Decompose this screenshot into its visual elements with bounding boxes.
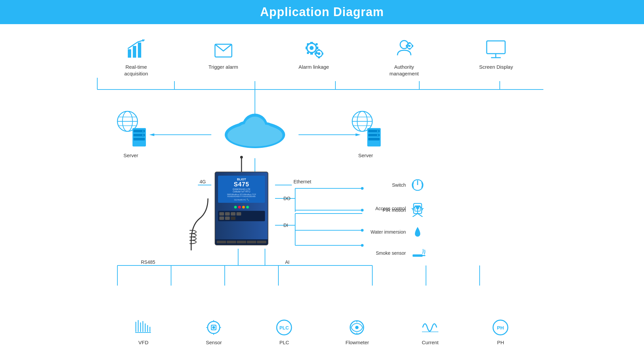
svg-text:DO: DO [283, 196, 290, 201]
svg-point-110 [190, 234, 196, 237]
svg-point-39 [361, 244, 364, 247]
svg-rect-70 [409, 42, 411, 44]
svg-rect-72 [406, 45, 407, 47]
svg-rect-59 [307, 52, 309, 54]
svg-point-52 [310, 46, 314, 50]
icon-realtime: Real-time acquisition [124, 38, 148, 77]
ph-label: PH [497, 340, 504, 345]
page-title: Application Diagram [260, 5, 384, 19]
svg-rect-58 [316, 43, 318, 45]
bottom-vfd: VFD [134, 318, 153, 345]
do-switch-item: Switch [366, 178, 424, 192]
di-water-item: Water immersion [366, 225, 426, 239]
server-right-label: Server [358, 153, 373, 158]
svg-rect-93 [133, 138, 145, 140]
svg-rect-123 [413, 254, 423, 257]
svg-point-122 [416, 206, 419, 209]
svg-line-119 [413, 214, 418, 217]
svg-rect-74 [487, 41, 505, 54]
plc-label: PLC [279, 340, 289, 345]
di-smoke-label: Smoke sensor [366, 250, 406, 256]
icon-screen: Screen Display [479, 38, 513, 77]
di-smoke-item: Smoke sensor [366, 247, 426, 259]
svg-point-84 [259, 125, 273, 138]
svg-rect-48 [138, 43, 141, 58]
svg-point-108 [240, 156, 243, 159]
svg-rect-104 [368, 138, 380, 140]
svg-point-32 [361, 209, 364, 212]
svg-point-95 [142, 134, 144, 136]
svg-marker-10 [149, 133, 154, 136]
svg-rect-65 [315, 53, 316, 55]
di-water-label: Water immersion [366, 229, 406, 235]
sensor-label: Sensor [206, 340, 222, 345]
svg-text:PLC: PLC [279, 325, 289, 330]
main-content: RS485 AI DO DI 4G Ethernet Real-time ac [0, 24, 644, 362]
svg-text:4G: 4G [200, 179, 206, 184]
vfd-label: VFD [138, 340, 148, 345]
do-switch-label: Switch [366, 182, 406, 188]
top-icons-row: Real-time acquisition Trigger alarm [0, 38, 644, 77]
svg-rect-46 [128, 49, 131, 58]
svg-rect-47 [133, 46, 136, 58]
authority-label: Authority management [389, 64, 419, 77]
svg-point-37 [361, 229, 364, 232]
di-pir-label: PIR motion [366, 207, 406, 213]
svg-point-105 [377, 130, 378, 132]
realtime-label: Real-time acquisition [124, 64, 148, 77]
header: Application Diagram [0, 0, 644, 24]
current-label: Current [422, 340, 438, 345]
svg-point-62 [318, 52, 320, 55]
svg-point-112 [190, 240, 196, 244]
svg-rect-57 [307, 43, 309, 45]
svg-line-120 [418, 214, 423, 217]
svg-text:PH: PH [497, 325, 504, 330]
svg-rect-53 [310, 42, 313, 44]
svg-rect-124 [423, 255, 425, 256]
svg-rect-55 [306, 47, 308, 49]
server-left: Server [114, 110, 148, 158]
bottom-row: VFD Sensor PLC PLC [0, 318, 644, 345]
bottom-sensor: Sensor [205, 318, 223, 345]
svg-rect-63 [318, 49, 320, 51]
server-left-label: Server [123, 153, 138, 158]
bottom-current: Current [421, 318, 439, 345]
bottom-flowmeter: Flowmeter [345, 318, 369, 345]
svg-rect-73 [412, 45, 413, 47]
svg-rect-54 [310, 53, 313, 55]
server-right: Server [349, 110, 382, 158]
svg-point-69 [409, 45, 411, 47]
trigger-label: Trigger alarm [208, 64, 238, 70]
icon-trigger: Trigger alarm [208, 38, 238, 77]
bottom-plc: PLC PLC [275, 318, 293, 345]
svg-point-30 [361, 187, 364, 190]
svg-point-135 [212, 326, 215, 329]
icon-alarm: Alarm linkage [299, 38, 329, 77]
svg-rect-64 [318, 57, 320, 58]
svg-point-106 [377, 134, 378, 136]
svg-text:Ethernet: Ethernet [293, 179, 311, 184]
svg-point-143 [355, 326, 359, 329]
screen-label: Screen Display [479, 64, 513, 70]
svg-rect-66 [322, 53, 323, 55]
alarm-label: Alarm linkage [299, 64, 329, 70]
icon-authority: Authority management [389, 38, 419, 77]
device-block: BLIOT S475 GSM/3G/4G LTE Cellular IoT RT… [208, 172, 275, 245]
svg-text:RS485: RS485 [141, 259, 155, 265]
svg-rect-56 [316, 47, 318, 49]
svg-point-94 [142, 130, 144, 132]
bottom-ph: PH PH [491, 318, 510, 345]
svg-text:AI: AI [285, 259, 289, 265]
cloud-block [221, 108, 288, 148]
di-pir-item: PIR motion [366, 203, 426, 217]
svg-point-111 [190, 237, 196, 240]
flowmeter-label: Flowmeter [345, 340, 369, 345]
di-items: PIR motion Water immersion Smoke sensor [366, 203, 426, 259]
svg-text:DI: DI [283, 223, 288, 228]
svg-rect-71 [409, 48, 411, 50]
